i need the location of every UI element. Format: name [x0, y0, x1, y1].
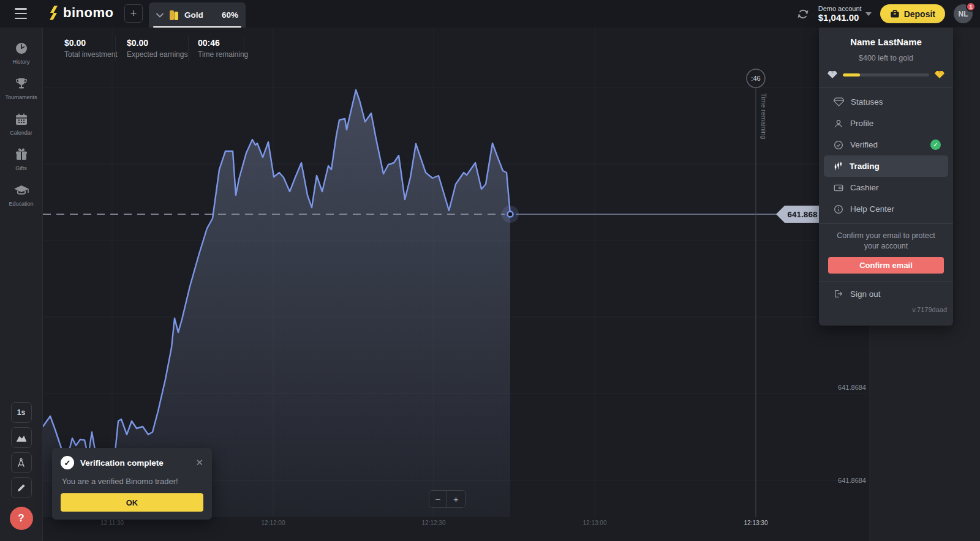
status-progress — [827, 70, 944, 79]
help-button[interactable]: ? — [10, 507, 33, 530]
gift-icon — [14, 147, 29, 162]
sign-out-button[interactable]: Sign out — [819, 282, 953, 306]
time-tick: 12:13:30 — [744, 520, 768, 526]
lightning-icon — [48, 6, 59, 20]
calendar-icon — [14, 112, 29, 127]
deposit-button[interactable]: Deposit — [880, 4, 945, 23]
wallet-icon — [890, 9, 900, 18]
left-sidebar: History Tournaments Calendar — [0, 28, 43, 541]
verification-toast: ✓ Verification complete ✕ You are a veri… — [52, 448, 212, 520]
sidebar-item-education[interactable]: Education — [0, 177, 43, 212]
menu-item-label: Trading — [850, 162, 880, 171]
current-price-value: 641.868 — [788, 210, 818, 219]
stat-value: $0.00 — [127, 38, 187, 48]
menu-item-verified[interactable]: Verified ✓ — [824, 134, 948, 155]
deposit-label: Deposit — [904, 9, 935, 19]
refresh-icon[interactable] — [796, 7, 810, 21]
stat-value: $0.00 — [64, 38, 118, 48]
menu-icon[interactable] — [15, 8, 27, 19]
y-axis-label: 641.8684 — [838, 477, 866, 484]
top-bar: binomo + Gold 60% Demo account $1,041.00 — [0, 0, 980, 28]
logo-text: binomo — [63, 5, 113, 21]
asset-name: Gold — [184, 10, 203, 20]
time-remaining-badge: :46 — [751, 75, 760, 82]
gem-icon — [834, 97, 844, 106]
status-progress-track — [843, 73, 929, 76]
binomo-logo: binomo — [48, 5, 113, 21]
toast-body: You are a verified Binomo trader! — [62, 477, 203, 486]
notification-badge: 1 — [966, 2, 976, 12]
sidebar-item-tournaments[interactable]: Tournaments — [0, 70, 43, 106]
user-name: Name LastName — [819, 37, 953, 47]
menu-item-trading[interactable]: Trading — [824, 155, 948, 177]
account-menu-panel: Name LastName $400 left to gold Statuses — [819, 28, 953, 326]
chevron-down-icon — [156, 13, 164, 18]
account-switcher[interactable]: Demo account $1,041.00 — [818, 5, 872, 23]
menu-item-help-center[interactable]: Help Center — [824, 198, 948, 220]
history-clock-icon — [14, 41, 29, 56]
timeframe-button[interactable]: 1s — [11, 402, 32, 423]
chevron-down-icon — [865, 12, 872, 16]
stat-label: Expected earnings — [127, 50, 187, 59]
check-circle-icon: ✓ — [61, 456, 74, 469]
indicators-button[interactable] — [11, 452, 32, 473]
menu-item-statuses[interactable]: Statuses — [824, 91, 948, 113]
confirm-email-button[interactable]: Confirm email — [828, 257, 944, 274]
stat-expected-earnings: $0.00 Expected earnings — [127, 38, 187, 59]
menu-item-label: Profile — [850, 119, 873, 128]
time-tick: 12:12:30 — [422, 520, 446, 526]
time-tick: 12:11:30 — [100, 520, 124, 526]
gold-bars-icon — [168, 9, 179, 21]
graduation-cap-icon — [13, 183, 29, 198]
check-circle-icon — [834, 140, 843, 150]
sidebar-item-label: Gifts — [15, 165, 27, 171]
area-chart-icon — [15, 432, 28, 443]
zoom-out-button[interactable]: − — [429, 490, 447, 508]
status-progress-fill — [843, 73, 860, 76]
app-version: v.7179daad — [819, 306, 953, 313]
verified-badge-icon: ✓ — [930, 140, 941, 150]
toast-title: Verification complete — [80, 458, 164, 468]
add-asset-button[interactable]: + — [124, 4, 143, 23]
gold-gem-icon — [935, 70, 944, 79]
menu-item-label: Help Center — [850, 204, 894, 214]
sign-out-label: Sign out — [850, 289, 881, 299]
stat-divider — [115, 35, 116, 61]
candlestick-icon — [834, 162, 843, 171]
avatar[interactable]: NL 1 — [954, 4, 973, 23]
status-progress-note: $400 left to gold — [819, 54, 953, 62]
drawing-button[interactable] — [11, 477, 32, 498]
user-icon — [834, 119, 843, 129]
time-axis: 12:11:30 12:12:00 12:12:30 12:13:00 12:1… — [100, 520, 768, 526]
account-type: Demo account — [818, 5, 862, 12]
stat-label: Time remaining — [198, 50, 248, 59]
time-tick: 12:13:00 — [583, 520, 607, 526]
pencil-icon — [16, 482, 27, 493]
silver-gem-icon — [827, 70, 837, 79]
sign-out-icon — [834, 289, 843, 299]
chart-type-button[interactable] — [11, 427, 32, 448]
info-icon — [834, 204, 843, 214]
stat-time-remaining: 00:46 Time remaining — [198, 38, 248, 59]
stat-total-investment: $0.00 Total investment — [64, 38, 118, 59]
menu-item-profile[interactable]: Profile — [824, 113, 948, 134]
stat-divider — [188, 35, 189, 61]
y-axis-label: 641.8684 — [838, 384, 866, 391]
zoom-in-button[interactable]: + — [447, 490, 466, 508]
current-price-tag: 641.868 — [776, 206, 821, 223]
time-tick: 12:12:00 — [262, 520, 285, 526]
sidebar-item-gifts[interactable]: Gifts — [0, 141, 43, 177]
sidebar-item-label: Calendar — [10, 130, 32, 136]
sidebar-item-label: Tournaments — [5, 94, 37, 100]
asset-tab-gold[interactable]: Gold 60% — [149, 2, 246, 28]
active-tab-underline — [153, 26, 241, 28]
toast-ok-button[interactable]: OK — [61, 493, 203, 512]
current-point — [508, 212, 513, 217]
menu-item-cashier[interactable]: Cashier — [824, 177, 948, 198]
compass-icon — [15, 457, 27, 469]
sidebar-item-calendar[interactable]: Calendar — [0, 106, 43, 141]
asset-payout: 60% — [222, 10, 238, 20]
menu-item-label: Statuses — [851, 97, 883, 106]
close-icon[interactable]: ✕ — [195, 457, 203, 468]
sidebar-item-history[interactable]: History — [0, 35, 43, 70]
